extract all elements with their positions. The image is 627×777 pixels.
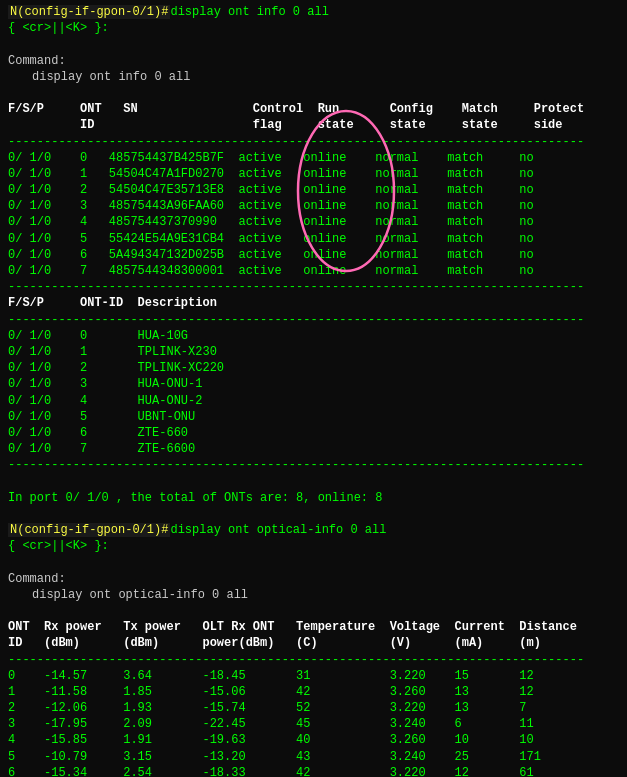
table-row: 0/ 1/0 2 TPLINK-XC220 [8, 360, 619, 376]
blank-3 [8, 506, 619, 522]
ont-desc-table: F/S/P ONT-ID Description ---------------… [8, 295, 619, 473]
table-row: 0/ 1/0 3 48575443A96FAA60 active online … [8, 198, 619, 214]
ont-summary: In port 0/ 1/0 , the total of ONTs are: … [8, 490, 619, 506]
table-row: 1 -11.58 1.85 -15.06 42 3.260 13 12 [8, 684, 619, 700]
table-row: 2 -12.06 1.93 -15.74 52 3.220 13 7 [8, 700, 619, 716]
ont-info-table: F/S/P ONT SN Control Run Config Match Pr… [8, 101, 619, 295]
terminal-window: N(config-if-gpon-0/1)#display ont info 0… [0, 0, 627, 777]
table-row: 0/ 1/0 3 HUA-ONU-1 [8, 376, 619, 392]
table1-header1: F/S/P ONT SN Control Run Config Match Pr… [8, 101, 619, 117]
table-row: 5 -10.79 3.15 -13.20 43 3.240 25 171 [8, 749, 619, 765]
blank-4 [8, 554, 619, 570]
table-row: 0/ 1/0 1 TPLINK-X230 [8, 344, 619, 360]
table-row: 0/ 1/0 0 HUA-10G [8, 328, 619, 344]
table-row: 0/ 1/0 2 54504C47E35713E8 active online … [8, 182, 619, 198]
table-row: 0/ 1/0 5 UBNT-ONU [8, 409, 619, 425]
command-label-1: Command: [8, 53, 619, 69]
table3-header2: ID (dBm) (dBm) power(dBm) (C) (V) (mA) (… [8, 635, 619, 651]
prompt-line-1: N(config-if-gpon-0/1)#display ont info 0… [8, 4, 619, 20]
table-row: 0/ 1/0 7 ZTE-6600 [8, 441, 619, 457]
table1-sep2: ----------------------------------------… [8, 279, 619, 295]
table2-header: F/S/P ONT-ID Description [8, 295, 619, 311]
table-row: 0/ 1/0 4 HUA-ONU-2 [8, 393, 619, 409]
table2-sep1: ----------------------------------------… [8, 312, 619, 328]
table3-sep1: ----------------------------------------… [8, 652, 619, 668]
table-row: 0/ 1/0 6 ZTE-660 [8, 425, 619, 441]
table3-header1: ONT Rx power Tx power OLT Rx ONT Tempera… [8, 619, 619, 635]
table-row: 0/ 1/0 5 55424E54A9E31CB4 active online … [8, 231, 619, 247]
table-row: 0/ 1/0 0 485754437B425B7F active online … [8, 150, 619, 166]
command-value-1: display ont info 0 all [8, 69, 619, 85]
bracket-line-1: { <cr>||<K> }: [8, 20, 619, 36]
table-row: 0/ 1/0 4 485754437370990 active online n… [8, 214, 619, 230]
section-optical-info: N(config-if-gpon-0/1)#display ont optica… [8, 522, 619, 777]
blank-1 [8, 36, 619, 52]
table1-sep1: ----------------------------------------… [8, 134, 619, 150]
table-row: 0/ 1/0 7 4857544348300001 active online … [8, 263, 619, 279]
table1-header2: ID flag state state state side [8, 117, 619, 133]
blank-5 [8, 603, 619, 619]
table-row: 0/ 1/0 6 5A494347132D025B active online … [8, 247, 619, 263]
bracket-line-2: { <cr>||<K> }: [8, 538, 619, 554]
prompt-line-2: N(config-if-gpon-0/1)#display ont optica… [8, 522, 619, 538]
blank-2 [8, 85, 619, 101]
command-label-2: Command: [8, 571, 619, 587]
section-ont-info: N(config-if-gpon-0/1)#display ont info 0… [8, 4, 619, 522]
optical-info-table: ONT Rx power Tx power OLT Rx ONT Tempera… [8, 619, 619, 777]
table-row: 0/ 1/0 1 54504C47A1FD0270 active online … [8, 166, 619, 182]
table-row: 6 -15.34 2.54 -18.33 42 3.220 12 61 [8, 765, 619, 777]
table-row: 3 -17.95 2.09 -22.45 45 3.240 6 11 [8, 716, 619, 732]
table-row: 0 -14.57 3.64 -18.45 31 3.220 15 12 [8, 668, 619, 684]
table-row: 4 -15.85 1.91 -19.63 40 3.260 10 10 [8, 732, 619, 748]
command-value-2: display ont optical-info 0 all [8, 587, 619, 603]
summary-line [8, 473, 619, 489]
table2-sep2: ----------------------------------------… [8, 457, 619, 473]
